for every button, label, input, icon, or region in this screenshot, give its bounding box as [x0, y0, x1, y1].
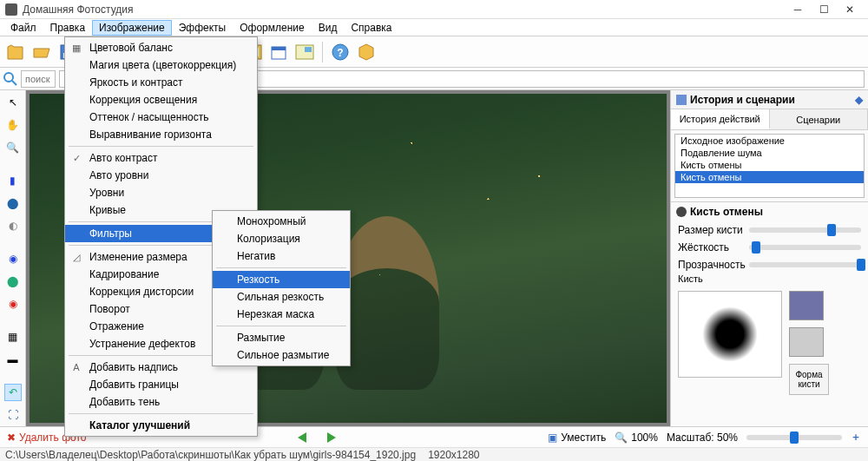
- app-title: Домашняя Фотостудия: [23, 3, 785, 16]
- open-file-icon[interactable]: [3, 40, 28, 64]
- app-icon: [5, 3, 17, 16]
- gradient-tool-icon[interactable]: ▦: [4, 328, 22, 346]
- healing-tool-icon[interactable]: ⬤: [4, 273, 22, 290]
- card-icon[interactable]: [293, 40, 317, 64]
- brush-tool-icon[interactable]: ▮: [4, 172, 22, 189]
- menu-item[interactable]: Добавить границы: [65, 376, 257, 393]
- menu-effects[interactable]: Эффекты: [172, 20, 233, 36]
- brush-opacity-label: Прозрачность: [678, 259, 744, 271]
- menu-item[interactable]: Выравнивание горизонта: [65, 126, 257, 143]
- menu-item[interactable]: ✓Авто контраст: [65, 149, 257, 167]
- clone-tool-icon[interactable]: ◉: [4, 250, 22, 267]
- svg-rect-13: [305, 47, 312, 52]
- zoom-slider[interactable]: [746, 435, 842, 440]
- svg-text:?: ?: [337, 47, 343, 59]
- crop-tool-icon[interactable]: ⛶: [4, 406, 22, 424]
- zoom-icon: 🔍: [615, 431, 628, 444]
- history-item[interactable]: Кисть отмены: [675, 171, 864, 183]
- menu-item[interactable]: Каталог улучшений: [65, 417, 257, 434]
- search-input[interactable]: [21, 70, 56, 88]
- menu-item[interactable]: Коррекция освещения: [65, 91, 257, 109]
- menu-item[interactable]: Размытие: [213, 329, 350, 346]
- menu-edit[interactable]: Правка: [43, 20, 93, 36]
- zoom-plus-icon[interactable]: ＋: [851, 430, 861, 445]
- filters-submenu-dropdown: МонохромныйКолоризацияНегативРезкостьСил…: [212, 210, 351, 366]
- menu-item[interactable]: Негатив: [213, 247, 350, 265]
- menu-item[interactable]: Добавить тень: [65, 393, 257, 411]
- pointer-tool-icon[interactable]: ↖: [4, 94, 22, 111]
- brush-panel-header: Кисть отмены: [671, 201, 868, 221]
- menu-design[interactable]: Оформление: [233, 20, 311, 36]
- tools-sidebar: ↖ ✋ 🔍 ▮ ⬤ ◐ ◉ ⬤ ◉ ▦ ▬ ↶ ⛶: [0, 90, 26, 426]
- right-sidebar: История и сценарии ◆ История действий Сц…: [670, 90, 868, 426]
- menu-item[interactable]: Нерезкая маска: [213, 306, 350, 323]
- menu-item[interactable]: Авто уровни: [65, 167, 257, 184]
- file-path: C:\Users\Владелец\Desktop\Работа\скриншо…: [5, 449, 416, 461]
- fill-tool-icon[interactable]: ▬: [4, 351, 22, 368]
- history-item[interactable]: Подавление шума: [675, 147, 864, 159]
- redeye-tool-icon[interactable]: ◉: [4, 295, 22, 313]
- zoom-100-button[interactable]: 🔍100%: [615, 431, 658, 444]
- history-list[interactable]: Исходное изображение Подавление шума Кис…: [674, 134, 865, 198]
- close-button[interactable]: ✕: [837, 1, 863, 18]
- svg-point-16: [4, 73, 13, 82]
- history-item[interactable]: Исходное изображение: [675, 135, 864, 147]
- brush-size-label: Размер кисти: [678, 224, 744, 236]
- maximize-button[interactable]: ☐: [811, 1, 837, 18]
- menu-item[interactable]: Сильная резкость: [213, 288, 350, 306]
- menu-bar: Файл Правка Изображение Эффекты Оформлен…: [0, 19, 868, 36]
- drop-tool-icon[interactable]: ⬤: [4, 194, 22, 212]
- menu-item[interactable]: Уровни: [65, 184, 257, 201]
- collapse-icon[interactable]: ◆: [855, 94, 863, 106]
- history-panel-title: История и сценарии: [690, 94, 795, 106]
- menu-view[interactable]: Вид: [312, 20, 345, 36]
- menu-file[interactable]: Файл: [3, 20, 43, 36]
- hand-tool-icon[interactable]: ✋: [4, 116, 22, 134]
- menu-image[interactable]: Изображение: [92, 20, 172, 36]
- brush-hardness-label: Жёсткость: [678, 241, 744, 254]
- menu-item[interactable]: Оттенок / насыщенность: [65, 109, 257, 126]
- undo-brush-tool-icon[interactable]: ↶: [4, 384, 22, 401]
- title-bar: Домашняя Фотостудия ─ ☐ ✕: [0, 0, 868, 19]
- menu-item[interactable]: ▦Цветовой баланс: [65, 39, 257, 56]
- fit-icon: ▣: [548, 431, 557, 444]
- open-folder-icon[interactable]: [30, 40, 54, 64]
- menu-item[interactable]: Колоризация: [213, 230, 350, 247]
- menu-help[interactable]: Справка: [344, 20, 398, 36]
- brush-icon: [676, 207, 687, 217]
- delete-icon: ✖: [7, 431, 16, 444]
- brush-preview-label: Кисть: [671, 273, 868, 286]
- minimize-button[interactable]: ─: [785, 1, 811, 18]
- color-swatch-primary[interactable]: [789, 291, 824, 320]
- tab-scenarios[interactable]: Сценарии: [770, 109, 869, 129]
- menu-item[interactable]: Монохромный: [213, 213, 350, 230]
- brush-preview[interactable]: [678, 291, 782, 378]
- menu-item[interactable]: Яркость и контраст: [65, 74, 257, 91]
- search-icon: [3, 72, 17, 86]
- scale-label: Масштаб: 50%: [667, 431, 738, 444]
- history-panel-header: История и сценарии ◆: [671, 90, 868, 109]
- menu-item[interactable]: Резкость: [213, 271, 350, 288]
- menu-item[interactable]: Магия цвета (цветокоррекция): [65, 56, 257, 74]
- prev-photo-button[interactable]: [292, 429, 312, 446]
- brush-shape-button[interactable]: Форма кисти: [789, 364, 829, 395]
- brush-panel-title: Кисть отмены: [690, 206, 763, 218]
- next-photo-button[interactable]: [321, 429, 342, 446]
- zoom-tool-icon[interactable]: 🔍: [4, 139, 22, 156]
- history-icon: [676, 95, 687, 105]
- blur-tool-icon[interactable]: ◐: [4, 217, 22, 234]
- fit-button[interactable]: ▣Уместить: [548, 431, 606, 444]
- tab-history[interactable]: История действий: [671, 109, 770, 129]
- file-dimensions: 1920x1280: [428, 449, 479, 461]
- brush-size-slider[interactable]: [749, 227, 861, 233]
- svg-rect-11: [272, 47, 286, 50]
- history-item[interactable]: Кисть отмены: [675, 159, 864, 171]
- box-icon[interactable]: [354, 40, 378, 64]
- brush-opacity-slider[interactable]: [749, 262, 861, 267]
- menu-item[interactable]: Сильное размытие: [213, 346, 350, 364]
- color-swatch-secondary[interactable]: [789, 327, 824, 357]
- brush-hardness-slider[interactable]: [749, 245, 861, 250]
- calendar-icon[interactable]: [266, 40, 291, 64]
- file-path-bar: C:\Users\Владелец\Desktop\Работа\скриншо…: [0, 447, 868, 461]
- help-icon[interactable]: ?: [328, 40, 352, 64]
